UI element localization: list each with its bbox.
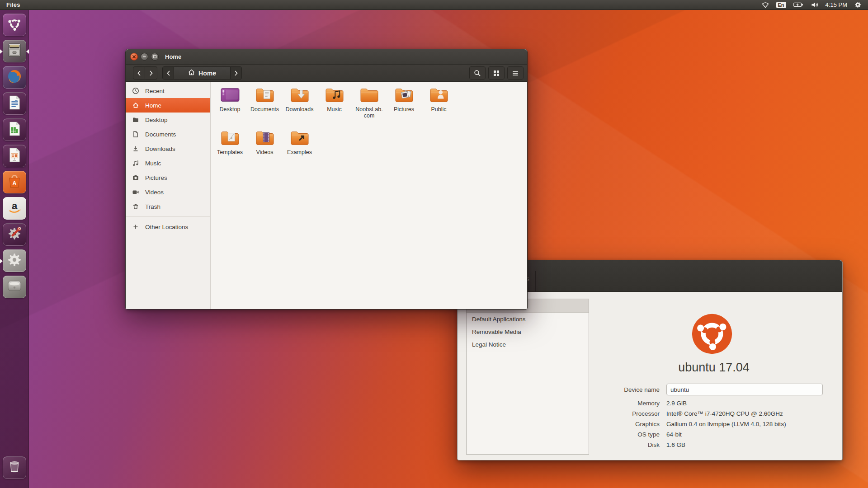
path-bar: Home [162,66,242,80]
libreoffice-writer[interactable] [3,92,26,115]
detail-row: Graphics Gallium 0.4 on llvmpipe (LLVM 4… [590,419,842,429]
place-icon [132,174,139,181]
folder-icon [255,86,275,105]
place-label: Videos [145,189,164,196]
ubuntu-logo [691,313,733,355]
launcher-item [0,118,29,145]
Templates[interactable]: a Templates [212,128,247,171]
folder-icon [394,86,415,105]
launcher-app-icon [7,121,22,138]
back-button[interactable] [133,66,145,80]
place-icon [132,131,139,138]
libreoffice-impress[interactable] [3,145,26,167]
Recent[interactable]: Recent [126,84,210,98]
Home[interactable]: Home [126,98,210,113]
place-label: Trash [145,203,160,210]
place-label: Documents [145,131,176,138]
folder-name: Downloads [286,106,314,113]
folder-icon [359,86,380,105]
settings-sidebar-item-label: Removable Media [472,328,521,335]
detail-value: 2.9 GiB [666,398,687,408]
place-label: Downloads [145,145,175,152]
minimize-button[interactable] [141,53,148,61]
path-scroll-left[interactable] [163,67,174,79]
Trash[interactable]: Trash [126,199,210,214]
path-scroll-right[interactable] [231,67,241,79]
Music[interactable]: Music [126,156,210,170]
amazon[interactable]: a [3,197,26,220]
volume-icon[interactable] [811,1,819,8]
Desktop[interactable]: Desktop [212,85,247,128]
session-gear-icon[interactable] [854,1,862,9]
folder-view[interactable]: Desktop Documents Downloads Music [211,82,527,309]
sidebar-separator [126,216,210,217]
menu-button[interactable] [507,66,524,80]
Downloads[interactable]: Downloads [126,141,210,156]
launcher-item: A [0,171,29,197]
launcher-app-icon [7,147,22,164]
detail-row: Memory 2.9 GiB [590,398,842,408]
Desktop[interactable]: Desktop [126,113,210,127]
places-list: Recent Home Desktop Documents Do [126,84,210,214]
maximize-button[interactable] [151,53,159,61]
launcher-trash [0,456,29,483]
dash-home[interactable] [3,14,26,36]
forward-button[interactable] [145,66,157,80]
Pictures[interactable]: Pictures [387,85,421,128]
ubuntu-software[interactable]: A [3,171,26,193]
keyboard-layout-indicator[interactable]: En [776,2,786,8]
Videos[interactable]: Videos [247,128,282,171]
search-button[interactable] [469,66,486,80]
folder-name: Desktop [220,106,241,113]
Documents[interactable]: Documents [247,85,282,128]
network-icon[interactable] [761,1,769,8]
detail-label: OS type [485,429,660,440]
settings-sidebar-item[interactable]: Legal Notice [467,338,589,351]
detail-value: Gallium 0.4 on llvmpipe (LLVM 4.0, 128 b… [666,419,786,429]
settings-sidebar-item[interactable]: Default Applications [467,313,589,325]
system-tools[interactable] [3,223,26,246]
disks[interactable] [3,276,26,298]
detail-value: 1.6 GB [666,440,685,450]
trash-icon [7,459,22,477]
clock[interactable]: 4:15 PM [826,1,847,8]
firefox[interactable] [3,66,26,89]
NoobsLab. com[interactable]: NoobsLab. com [352,85,387,128]
path-home-button[interactable]: Home [174,67,231,79]
place-icon [132,160,139,167]
libreoffice-calc[interactable] [3,118,26,141]
folder-name: Templates [217,149,243,155]
trash[interactable] [3,456,26,479]
folder-name: Public [431,106,446,113]
launcher-app-icon: a [6,200,23,217]
close-button[interactable] [130,53,138,61]
view-grid-button[interactable] [488,66,505,80]
titlebar[interactable]: Home [126,49,527,65]
app-menu-title[interactable]: Files [6,1,20,8]
detail-row: Disk 1.6 GB [590,440,842,450]
Music[interactable]: Music [317,85,352,128]
place-icon [132,116,139,123]
settings-sidebar-item[interactable]: Removable Media [467,325,589,338]
device-name-input[interactable] [666,384,823,395]
Videos[interactable]: Videos [126,185,210,199]
system-settings[interactable] [3,249,26,272]
other-locations[interactable]: Other Locations [126,220,210,234]
Documents[interactable]: Documents [126,127,210,141]
Examples[interactable]: Examples [282,128,317,171]
folder-icon [324,86,345,105]
files[interactable] [3,40,26,62]
battery-icon[interactable] [793,2,804,8]
launcher-app-icon [7,42,22,60]
Public[interactable]: Public [421,85,456,128]
launcher-item [0,223,29,249]
files-window: Home Home [125,49,528,310]
launcher-items: A a [0,10,28,302]
place-icon [132,87,139,94]
Pictures[interactable]: Pictures [126,170,210,185]
launcher-app-icon [7,226,22,243]
folder-icon [289,129,310,148]
Downloads[interactable]: Downloads [282,85,317,128]
distro-version: ubuntu 17.04 [608,361,820,375]
nav-buttons [133,66,157,80]
